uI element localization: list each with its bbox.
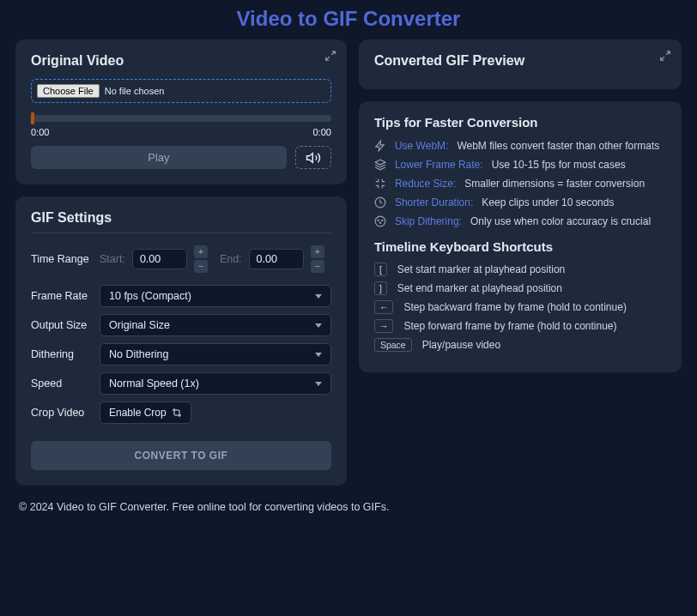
chevron-down-icon [315,353,322,357]
tip-text: Use 10-15 fps for most cases [492,159,626,171]
key-label: → [374,319,394,333]
end-label: End: [220,253,242,265]
shortcuts-title: Timeline Keyboard Shortcuts [374,239,666,254]
tip-text: Smaller dimensions = faster conversion [464,178,645,190]
crop-icon [172,408,182,418]
output-size-select[interactable]: Original Size [100,314,331,336]
frame-rate-select[interactable]: 10 fps (Compact) [100,285,331,307]
tip-label: Reduce Size: [395,178,456,190]
gif-settings-title: GIF Settings [31,210,331,233]
speed-value: Normal Speed (1x) [109,377,199,390]
timeline-marker[interactable] [31,112,34,124]
shortcut-row: ← Step backward frame by frame (hold to … [374,300,666,314]
chevron-down-icon [315,382,322,386]
shortcut-row: [ Set start marker at playhead position [374,263,666,276]
crop-button-label: Enable Crop [109,407,167,419]
tip-label: Shorter Duration: [395,196,473,208]
shortcut-text: Step forward frame by frame (hold to con… [403,320,616,332]
shortcut-row: ] Set end marker at playhead position [374,281,666,295]
gif-settings-panel: GIF Settings Time Range Start: + − End: … [15,196,347,486]
play-button[interactable]: Play [31,146,287,169]
shortcut-text: Set start marker at playhead position [397,263,565,275]
tips-title: Tips for Faster Conversion [374,115,666,130]
footer-text: © 2024 Video to GIF Converter. Free onli… [0,486,697,528]
choose-file-button[interactable]: Choose File [37,84,100,98]
tip-text: Only use when color accuracy is crucial [470,215,651,227]
chevron-down-icon [315,323,322,328]
output-size-value: Original Size [109,319,170,331]
no-file-label: No file chosen [105,86,165,96]
svg-point-4 [379,222,380,223]
svg-point-3 [382,220,383,220]
palette-icon [374,215,386,227]
convert-button[interactable]: CONVERT TO GIF [31,441,331,470]
file-dropzone[interactable]: Choose File No file chosen [31,79,331,103]
tip-label: Skip Dithering: [395,215,462,227]
timeline-track[interactable] [31,115,331,122]
original-video-panel: Original Video Choose File No file chose… [15,39,347,184]
end-input[interactable] [249,249,304,269]
shortcut-text: Step backward frame by frame (hold to co… [403,301,626,313]
crop-label: Crop Video [31,407,100,419]
start-increment-button[interactable]: + [194,245,208,258]
tip-label: Lower Frame Rate: [395,159,483,171]
key-label: ← [374,300,394,314]
svg-point-1 [375,216,385,226]
tip-row: Shorter Duration: Keep clips under 10 se… [374,196,666,208]
dithering-label: Dithering [31,348,100,360]
frame-rate-value: 10 fps (Compact) [109,290,191,302]
expand-icon[interactable] [324,50,336,62]
tip-row: Reduce Size: Smaller dimensions = faster… [374,178,666,190]
tip-label: Use WebM: [395,140,448,152]
key-label: ] [374,281,387,295]
time-end: 0:00 [313,127,331,137]
shortcut-text: Set end marker at playhead position [397,282,562,294]
shortcut-text: Play/pause video [422,339,500,351]
start-input[interactable] [132,249,187,269]
page-title: Video to GIF Converter [0,0,697,39]
tips-panel: Tips for Faster Conversion Use WebM: Web… [359,101,682,372]
preview-title: Converted GIF Preview [374,53,666,69]
original-video-title: Original Video [31,53,331,69]
shortcut-row: Space Play/pause video [374,338,666,352]
enable-crop-button[interactable]: Enable Crop [100,402,191,424]
dithering-value: No Dithering [109,348,168,360]
layers-icon [374,159,386,171]
start-decrement-button[interactable]: − [194,260,208,273]
tip-row: Use WebM: WebM files convert faster than… [374,140,666,152]
start-label: Start: [100,253,125,265]
dithering-select[interactable]: No Dithering [100,343,331,365]
speed-select[interactable]: Normal Speed (1x) [100,372,331,395]
preview-panel: Converted GIF Preview [359,39,682,89]
speed-label: Speed [31,377,100,390]
key-label: Space [374,338,412,352]
end-decrement-button[interactable]: − [311,260,324,273]
shortcut-row: → Step forward frame by frame (hold to c… [374,319,666,333]
key-label: [ [374,263,387,276]
tip-text: Keep clips under 10 seconds [482,196,614,208]
frame-rate-label: Frame Rate [31,290,100,302]
time-start: 0:00 [31,127,49,137]
svg-point-2 [378,220,379,220]
lightning-icon [374,140,386,152]
minimize-icon [374,178,386,190]
output-size-label: Output Size [31,319,100,331]
time-range-label: Time Range [31,253,100,265]
expand-icon[interactable] [659,50,671,62]
tip-row: Skip Dithering: Only use when color accu… [374,215,666,227]
chevron-down-icon [315,294,322,299]
tip-text: WebM files convert faster than other for… [457,140,659,152]
volume-button[interactable] [295,146,331,169]
clock-icon [374,196,386,208]
end-increment-button[interactable]: + [311,245,324,258]
tip-row: Lower Frame Rate: Use 10-15 fps for most… [374,159,666,171]
